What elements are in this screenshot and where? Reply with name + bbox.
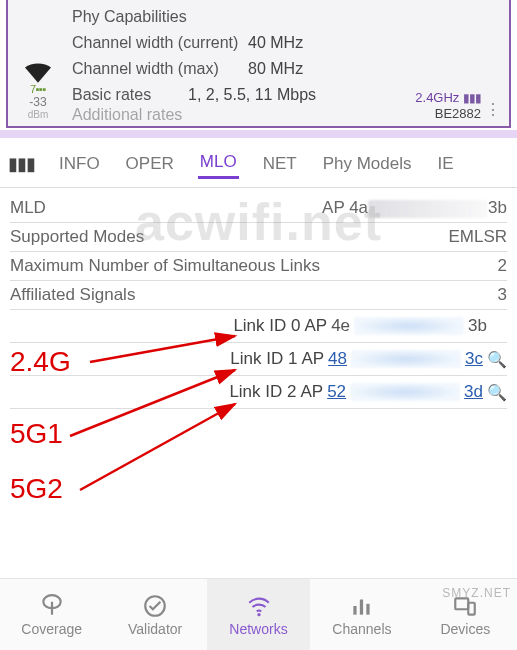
wifi-icon	[246, 593, 272, 619]
tab-oper[interactable]: OPER	[124, 150, 176, 178]
svg-rect-6	[360, 599, 363, 614]
link-mac-tail: 3b	[468, 316, 487, 336]
annotation-5g2: 5G2	[10, 473, 63, 505]
tab-mlo[interactable]: MLO	[198, 148, 239, 179]
svg-rect-7	[366, 603, 369, 614]
affiliated-links-list: Link ID 0 AP 4e 3b Link ID 1 AP 48 3c 🔍 …	[10, 310, 507, 409]
link-id: Link ID 0	[233, 316, 300, 336]
supported-modes-label: Supported Modes	[10, 227, 144, 247]
link-mac-head[interactable]: 48	[328, 349, 347, 369]
wifi-icon	[16, 63, 60, 83]
link-mac-blur	[350, 383, 460, 401]
mld-label: MLD	[10, 198, 46, 218]
max-links-value: 2	[498, 256, 507, 276]
detail-tabs: ▮▮▮ INFO OPER MLO NET Phy Models IE	[0, 140, 517, 188]
coverage-icon	[39, 593, 65, 619]
nav-channels[interactable]: Channels	[310, 579, 413, 650]
wifi-gen-badge: 7	[30, 83, 36, 95]
phy-capabilities-label: Phy Capabilities	[18, 8, 248, 26]
link-row[interactable]: Link ID 1 AP 48 3c 🔍	[10, 343, 507, 376]
link-mac-tail[interactable]: 3d	[464, 382, 483, 402]
link-id: Link ID 1	[230, 349, 297, 369]
mld-ap-suffix: 3b	[488, 198, 507, 217]
link-ap-label: AP	[304, 316, 327, 336]
network-detail-card: Phy Capabilities Channel width (current)…	[6, 0, 511, 128]
bottom-nav: Coverage Validator Networks Channels Dev…	[0, 578, 517, 650]
nav-label: Coverage	[21, 621, 82, 637]
basic-rates-value: 1, 2, 5.5, 11 Mbps	[188, 86, 316, 104]
link-mac-tail[interactable]: 3c	[465, 349, 483, 369]
annotation-5g1: 5G1	[10, 418, 63, 450]
bars-icon	[349, 593, 375, 619]
tab-net[interactable]: NET	[261, 150, 299, 178]
signal-tab-icon[interactable]: ▮▮▮	[8, 153, 35, 175]
band-link[interactable]: 2.4GHz	[415, 90, 459, 105]
nav-validator[interactable]: Validator	[103, 579, 206, 650]
nav-networks[interactable]: Networks	[207, 579, 310, 650]
section-divider	[0, 130, 517, 138]
signal-bars-icon: ▮▮▮	[463, 91, 481, 105]
magnifier-icon[interactable]: 🔍	[487, 350, 507, 369]
tab-phy-models[interactable]: Phy Models	[321, 150, 414, 178]
mld-mac-blur	[368, 200, 488, 218]
affiliated-signals-label: Affiliated Signals	[10, 285, 135, 305]
svg-point-4	[257, 613, 260, 616]
link-mac-head[interactable]: 52	[327, 382, 346, 402]
watermark-2: SMYZ.NET	[442, 586, 511, 600]
channel-width-current-label: Channel width (current)	[18, 34, 248, 52]
signal-indicator: 7▪▪▪ -33 dBm	[16, 63, 60, 120]
link-row[interactable]: Link ID 2 AP 52 3d 🔍	[10, 376, 507, 409]
channel-width-current-value: 40 MHz	[248, 34, 303, 52]
signal-unit: dBm	[16, 109, 60, 120]
affiliated-signals-value: 3	[498, 285, 507, 305]
nav-label: Validator	[128, 621, 182, 637]
link-id: Link ID 2	[229, 382, 296, 402]
mlo-panel: MLD AP 4a3b Supported Modes EMLSR Maximu…	[0, 188, 517, 415]
signal-dbm: -33	[16, 95, 60, 109]
nav-label: Channels	[332, 621, 391, 637]
channel-width-max-value: 80 MHz	[248, 60, 303, 78]
svg-line-2	[80, 404, 235, 490]
nav-coverage[interactable]: Coverage	[0, 579, 103, 650]
phy-model: BE2882	[435, 106, 481, 121]
link-mac-blur	[354, 317, 464, 335]
supported-modes-value: EMLSR	[448, 227, 507, 247]
link-mac-head: 4e	[331, 316, 350, 336]
nav-label: Networks	[229, 621, 287, 637]
max-links-label: Maximum Number of Simultaneous Links	[10, 256, 320, 276]
svg-rect-5	[353, 606, 356, 615]
mld-ap-prefix: AP 4a	[322, 198, 368, 217]
check-circle-icon	[142, 593, 168, 619]
more-menu-icon[interactable]: ⋮	[485, 108, 501, 112]
nav-label: Devices	[440, 621, 490, 637]
tab-ie[interactable]: IE	[435, 150, 455, 178]
svg-rect-9	[469, 602, 476, 614]
magnifier-icon[interactable]: 🔍	[487, 383, 507, 402]
tab-info[interactable]: INFO	[57, 150, 102, 178]
link-mac-blur	[351, 350, 461, 368]
link-ap-label: AP	[301, 349, 324, 369]
link-row[interactable]: Link ID 0 AP 4e 3b	[10, 310, 507, 343]
link-ap-label: AP	[300, 382, 323, 402]
